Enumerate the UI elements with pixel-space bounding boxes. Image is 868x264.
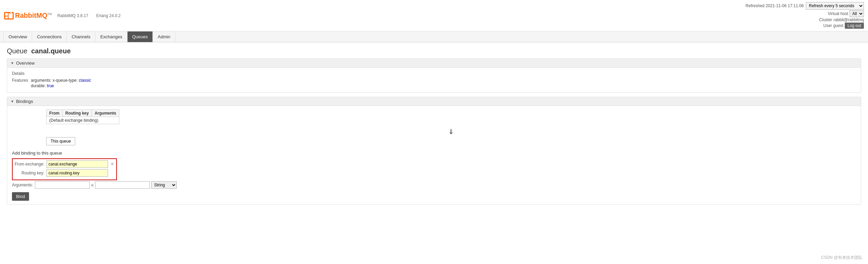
- add-binding-form: From exchange: ✕ Routing key:: [15, 160, 114, 178]
- routing-key-label: Routing key:: [15, 169, 46, 178]
- page-title: Queue canal.queue: [7, 47, 861, 55]
- page-content: Queue canal.queue ▼ Overview Details Fea…: [0, 42, 868, 213]
- arg-value-input[interactable]: [95, 181, 150, 189]
- arg-key-input[interactable]: [35, 181, 90, 189]
- features-row: Features arguments: x-queue-type: classi…: [12, 78, 91, 89]
- routing-key-input[interactable]: [46, 169, 108, 177]
- nav-bar: Overview Connections Channels Exchanges …: [0, 31, 868, 42]
- arg-val-1: classic: [79, 78, 91, 83]
- arg-val-2: true: [47, 83, 54, 88]
- details-table: Features arguments: x-queue-type: classi…: [12, 78, 91, 89]
- bindings-section: ▼ Bindings From Routing key Arguments (D…: [7, 97, 861, 204]
- logo-mq: MQ: [36, 12, 47, 19]
- arg-line-2: durable: true: [31, 83, 91, 88]
- bindings-col-from: From: [46, 110, 63, 117]
- refresh-row: Refreshed 2021-11-06 17:11:06 Refresh ev…: [746, 2, 864, 10]
- arguments-form: Arguments: = String Number Boolean: [12, 181, 177, 190]
- details-label: Details: [12, 71, 856, 76]
- from-exchange-input[interactable]: [46, 160, 108, 168]
- refresh-select[interactable]: Refresh every 5 seconds Refresh every 10…: [806, 2, 864, 10]
- vhost-row: Virtual host All: [746, 10, 864, 17]
- vhost-select[interactable]: All: [850, 10, 864, 17]
- bindings-col-routing-key: Routing key: [63, 110, 92, 117]
- nav-admin[interactable]: Admin: [153, 31, 175, 42]
- logo-tm: TM: [47, 12, 52, 16]
- vhost-label: Virtual host: [828, 11, 848, 16]
- refreshed-timestamp: Refreshed 2021-11-06 17:11:06: [746, 3, 804, 8]
- arg-label-1: arguments:: [31, 78, 51, 83]
- svg-rect-3: [9, 13, 13, 18]
- arg-label-2: durable:: [31, 83, 45, 88]
- bindings-col-arguments: Arguments: [92, 110, 119, 117]
- overview-section-body: Details Features arguments: x-queue-type…: [7, 68, 861, 92]
- bindings-section-body: From Routing key Arguments (Default exch…: [7, 106, 861, 204]
- queue-name: canal.queue: [31, 47, 71, 55]
- svg-point-5: [10, 12, 12, 13]
- cluster-value: rabbit@rabbitmq: [833, 17, 864, 22]
- page-title-prefix: Queue: [7, 47, 27, 55]
- features-label: Features: [12, 78, 31, 89]
- arguments-label: Arguments:: [12, 181, 35, 190]
- nav-overview[interactable]: Overview: [3, 31, 32, 42]
- bind-button[interactable]: Bind: [12, 192, 29, 201]
- user-row: User guest Log out: [746, 23, 864, 29]
- arg-type-select[interactable]: String Number Boolean: [151, 181, 177, 189]
- erlang-version: Erlang 24.0.2: [96, 13, 121, 18]
- from-exchange-label: From exchange:: [15, 160, 46, 169]
- logout-button[interactable]: Log out: [845, 23, 864, 29]
- arguments-input-cell: = String Number Boolean: [35, 181, 177, 190]
- overview-header-label: Overview: [16, 61, 35, 66]
- bindings-header-label: Bindings: [16, 99, 33, 104]
- routing-key-input-cell: [46, 169, 115, 178]
- user-label: User: [823, 23, 832, 28]
- logo: RabbitMQTM: [4, 12, 52, 19]
- nav-queues[interactable]: Queues: [128, 31, 153, 42]
- overview-section-header[interactable]: ▼ Overview: [7, 59, 861, 68]
- cluster-label: Cluster: [819, 17, 832, 22]
- from-exchange-clear-icon[interactable]: ✕: [110, 161, 114, 167]
- binding-arrow-down: ⇓: [46, 128, 856, 136]
- arguments-row: Arguments: = String Number Boolean: [12, 181, 177, 190]
- logo-text: RabbitMQTM: [15, 12, 52, 19]
- svg-rect-2: [5, 16, 8, 18]
- user-value: guest: [833, 23, 843, 28]
- top-bar-left: RabbitMQTM RabbitMQ 3.8.17 Erlang 24.0.2: [4, 12, 124, 19]
- bindings-section-header[interactable]: ▼ Bindings: [7, 97, 861, 106]
- top-bar: RabbitMQTM RabbitMQ 3.8.17 Erlang 24.0.2…: [0, 0, 868, 31]
- cluster-row: Cluster rabbit@rabbitmq: [746, 17, 864, 22]
- bindings-table: From Routing key Arguments (Default exch…: [46, 109, 119, 124]
- svg-rect-1: [5, 13, 8, 16]
- rabbitmq-logo-icon: [4, 12, 14, 19]
- binding-default-row: (Default exchange binding): [46, 117, 119, 124]
- rabbitmq-version: RabbitMQ 3.8.17: [57, 13, 88, 18]
- bindings-table-header-row: From Routing key Arguments: [46, 110, 119, 117]
- binding-default-text: (Default exchange binding): [46, 117, 119, 124]
- from-exchange-row: From exchange: ✕: [15, 160, 114, 169]
- nav-channels[interactable]: Channels: [67, 31, 95, 42]
- features-value: arguments: x-queue-type: classic durable…: [31, 78, 91, 89]
- args-row: = String Number Boolean: [35, 181, 177, 189]
- top-bar-right: Refreshed 2021-11-06 17:11:06 Refresh ev…: [746, 2, 864, 29]
- overview-arrow-icon: ▼: [11, 61, 14, 65]
- routing-key-row: Routing key:: [15, 169, 114, 178]
- add-binding-title: Add binding to this queue: [12, 150, 856, 156]
- arg-line-1: arguments: x-queue-type: classic: [31, 78, 91, 83]
- logo-rabbit: Rabbit: [15, 12, 36, 19]
- overview-section: ▼ Overview Details Features arguments: x…: [7, 58, 861, 93]
- nav-connections[interactable]: Connections: [32, 31, 67, 42]
- nav-exchanges[interactable]: Exchanges: [95, 31, 127, 42]
- equals-sign: =: [91, 183, 94, 188]
- this-queue-button[interactable]: This queue: [46, 137, 75, 145]
- from-exchange-input-cell: ✕: [46, 160, 115, 169]
- version-info: RabbitMQ 3.8.17 Erlang 24.0.2: [57, 13, 124, 18]
- arg-key-1: x-queue-type:: [53, 78, 78, 83]
- bindings-arrow-icon: ▼: [11, 100, 14, 103]
- add-binding-form-highlight: From exchange: ✕ Routing key:: [12, 158, 117, 180]
